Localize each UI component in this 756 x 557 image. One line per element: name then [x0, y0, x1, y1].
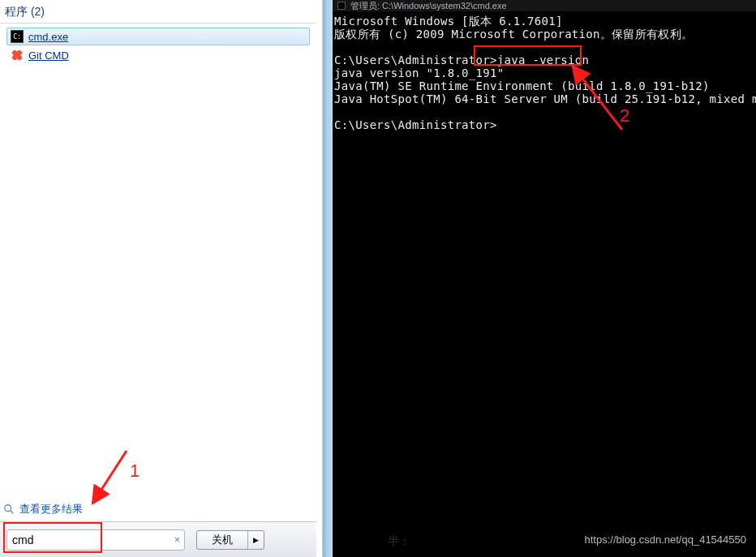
shutdown-split-button: 关机 ▶ [196, 530, 264, 550]
cmd-titlebar-icon [337, 2, 346, 10]
start-menu-bottom-bar: × 关机 ▶ [0, 521, 316, 557]
window-edge [323, 0, 333, 557]
search-input[interactable] [6, 529, 185, 551]
shutdown-label: 关机 [212, 533, 233, 547]
see-more-results-label: 查看更多结果 [19, 502, 83, 516]
cmd-terminal-output[interactable]: Microsoft Windows [版本 6.1.7601] 版权所有 (c)… [333, 11, 756, 133]
result-label: cmd.exe [28, 31, 68, 43]
result-label: Git CMD [28, 49, 69, 62]
git-icon [11, 49, 24, 62]
search-wrap: × [6, 529, 185, 551]
annotation-number-1: 1 [130, 461, 140, 482]
cmd-window: 管理员: C:\Windows\system32\cmd.exe Microso… [333, 0, 756, 557]
search-results: C: cmd.exe Git CMD [0, 24, 316, 68]
partial-text: 半： [388, 534, 410, 549]
clear-search-button[interactable]: × [174, 534, 180, 546]
result-item-cmd[interactable]: C: cmd.exe [6, 28, 310, 45]
svg-line-3 [11, 511, 14, 514]
cmd-icon: C: [11, 30, 24, 43]
result-item-git-cmd[interactable]: Git CMD [6, 46, 310, 64]
annotation-number-2: 2 [620, 105, 629, 126]
start-menu-pane: 程序 (2) C: cmd.exe Git CMD 查看更多结果 [0, 0, 323, 557]
shutdown-button[interactable]: 关机 [197, 531, 247, 549]
cmd-title-text: 管理员: C:\Windows\system32\cmd.exe [350, 0, 507, 12]
shutdown-options-button[interactable]: ▶ [247, 531, 264, 549]
search-icon [3, 503, 15, 515]
cmd-titlebar[interactable]: 管理员: C:\Windows\system32\cmd.exe [333, 0, 756, 11]
start-menu: 程序 (2) C: cmd.exe Git CMD 查看更多结果 [0, 0, 316, 557]
results-category-header: 程序 (2) [0, 0, 316, 24]
see-more-results-link[interactable]: 查看更多结果 [3, 502, 83, 516]
svg-point-2 [5, 505, 11, 512]
watermark-text: https://blog.csdn.net/qq_41544550 [585, 533, 747, 546]
